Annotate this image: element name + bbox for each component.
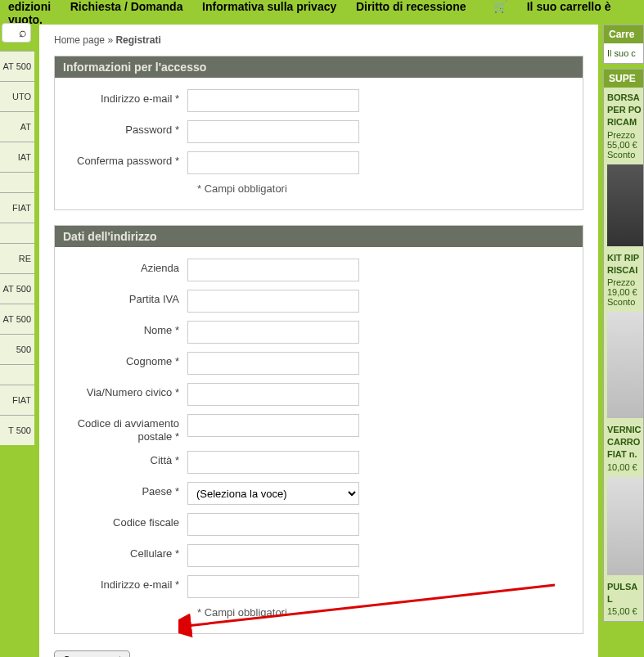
label-email: Indirizzo e-mail * [73, 89, 187, 106]
product-price-label: Prezzo [607, 277, 640, 287]
product-title[interactable]: FIAT n. [607, 449, 640, 460]
product-title[interactable]: VERNIC [607, 425, 640, 435]
category-link[interactable]: RE [0, 243, 34, 273]
product-discount: Sconto [607, 297, 640, 307]
label-password: Password * [73, 120, 187, 137]
category-link[interactable] [0, 223, 34, 243]
nav-link[interactable]: Informativa sulla privacy [202, 0, 336, 13]
postcode-input[interactable] [187, 414, 359, 437]
product-title[interactable]: RISCAI [607, 265, 640, 276]
product-title[interactable]: PULSA [607, 582, 640, 592]
product-title[interactable]: KIT RIP [607, 253, 640, 263]
breadcrumb-home[interactable]: Home page [54, 34, 105, 46]
category-link[interactable] [0, 172, 34, 192]
firstname-input[interactable] [187, 321, 359, 344]
email-input[interactable] [187, 89, 359, 112]
street-input[interactable] [187, 383, 359, 406]
product-price-label: Prezzo [607, 130, 640, 140]
lastname-input[interactable] [187, 352, 359, 375]
cart-icon[interactable]: 🛒 [493, 0, 507, 13]
confirm-password-input[interactable] [187, 151, 359, 174]
label-email2: Indirizzo e-mail * [73, 575, 187, 592]
category-link[interactable]: AT 500 [0, 51, 34, 81]
label-postcode: Codice di avviamento postale * [73, 414, 187, 443]
product-old-price: 19,00 € [607, 287, 640, 297]
label-firstname: Nome * [73, 321, 187, 337]
offers-box: SUPE BORSA PER PO RICAM Prezzo 55,00 € S… [603, 69, 644, 622]
label-company: Azienda [73, 259, 187, 275]
category-link[interactable]: FIAT [0, 385, 34, 415]
panel-title: Dati dell'indirizzo [55, 226, 583, 247]
product-image[interactable] [607, 477, 643, 575]
required-note: * Campi obbligatori [197, 182, 565, 195]
label-mobile: Cellulare * [73, 544, 187, 560]
cart-box: Carre Il suo c [603, 25, 644, 64]
category-link[interactable]: UTO [0, 81, 34, 111]
label-city: Città * [73, 451, 187, 467]
main-content: Home page » Registrati Informazioni per … [39, 25, 598, 657]
company-input[interactable] [187, 259, 359, 281]
search-icon[interactable]: ⌕ [19, 25, 27, 40]
product-title[interactable]: BORSA [607, 92, 640, 103]
top-nav: edizioni Richiesta / Domanda Informativa… [0, 0, 644, 20]
product-title[interactable]: RICAM [607, 117, 640, 128]
cart-box-title: Carre [604, 25, 643, 43]
category-link[interactable]: AT 500 [0, 304, 34, 334]
city-input[interactable] [187, 451, 359, 474]
required-note: * Campi obbligatori [197, 606, 565, 619]
cart-box-body: Il suo c [604, 43, 643, 63]
product-old-price: 55,00 € [607, 140, 640, 150]
create-account-button[interactable]: Crea account [54, 650, 130, 657]
offers-box-title: SUPE [604, 70, 643, 88]
label-country: Paese * [73, 482, 187, 498]
product-image[interactable] [607, 312, 643, 418]
category-link[interactable]: IAT [0, 142, 34, 172]
category-link[interactable]: AT 500 [0, 273, 34, 304]
sidebar-left: ⌕ AT 500 UTO AT IAT FIAT RE AT 500 AT 50… [0, 20, 34, 445]
category-link[interactable]: AT [0, 111, 34, 142]
email2-input[interactable] [187, 575, 359, 598]
product-old-price: 10,00 € [607, 462, 640, 472]
category-link[interactable]: 500 [0, 334, 34, 364]
label-street: Via/Numero civico * [73, 383, 187, 399]
panel-access-info: Informazioni per l'accesso Indirizzo e-m… [54, 56, 583, 210]
category-link[interactable] [0, 364, 34, 385]
panel-title: Informazioni per l'accesso [55, 56, 583, 78]
panel-address-data: Dati dell'indirizzo Azienda Partita IVA … [54, 225, 583, 634]
search-box[interactable]: ⌕ [2, 23, 31, 43]
nav-link[interactable]: Richiesta / Domanda [70, 0, 183, 13]
product-title[interactable]: PER PO [607, 105, 640, 115]
breadcrumb-current: Registrati [115, 34, 160, 46]
nav-link[interactable]: edizioni [8, 0, 51, 13]
sidebar-right: Carre Il suo c SUPE BORSA PER PO RICAM P… [603, 25, 644, 627]
category-link[interactable]: T 500 [0, 415, 34, 445]
label-lastname: Cognome * [73, 352, 187, 368]
product-discount: Sconto [607, 150, 640, 160]
fiscal-code-input[interactable] [187, 513, 359, 536]
nav-link[interactable]: Diritto di recessione [356, 0, 466, 13]
country-select[interactable]: (Seleziona la voce) [187, 482, 359, 505]
label-confirm-password: Conferma password * [73, 151, 187, 168]
label-fiscal-code: Codice fiscale [73, 513, 187, 529]
mobile-input[interactable] [187, 544, 359, 567]
label-vat: Partita IVA [73, 290, 187, 306]
category-link[interactable]: FIAT [0, 192, 34, 223]
vat-input[interactable] [187, 290, 359, 313]
breadcrumb: Home page » Registrati [54, 34, 583, 46]
product-title[interactable]: L [607, 594, 640, 605]
password-input[interactable] [187, 120, 359, 143]
product-title[interactable]: CARRO [607, 437, 640, 448]
product-old-price: 15,00 € [607, 606, 640, 616]
breadcrumb-sep: » [107, 34, 113, 46]
product-image[interactable] [607, 164, 643, 246]
